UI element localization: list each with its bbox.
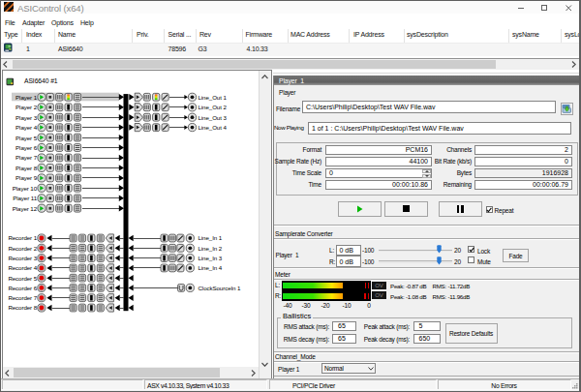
svg-text:Recorder 8: Recorder 8 [8,304,37,311]
svg-text:Player 1: Player 1 [15,94,38,101]
svg-text:Line_In 4: Line_In 4 [199,264,223,271]
svg-text:Line_In 3: Line_In 3 [199,255,223,261]
svg-text:Player 12: Player 12 [13,205,38,212]
svg-text:Line_In 2: Line_In 2 [199,245,223,252]
svg-text:Recorder 1: Recorder 1 [8,234,37,241]
svg-text:Player 2: Player 2 [15,104,38,110]
svg-text:Player 7: Player 7 [15,154,38,161]
svg-text:Recorder 2: Recorder 2 [8,245,37,252]
svg-text:Line_In 1: Line_In 1 [199,234,223,241]
svg-text:Player 4: Player 4 [15,124,38,131]
svg-text:Recorder 6: Recorder 6 [8,285,37,291]
svg-text:ClockSourceIn 1: ClockSourceIn 1 [199,285,242,291]
svg-text:Recorder 5: Recorder 5 [8,275,37,282]
svg-text:Recorder 7: Recorder 7 [8,294,37,301]
svg-text:Line_Out 4: Line_Out 4 [199,124,228,131]
svg-text:Player 11: Player 11 [13,195,37,201]
svg-text:Player 5: Player 5 [15,135,38,141]
svg-text:Player 3: Player 3 [15,114,38,121]
svg-text:Player 10: Player 10 [13,185,38,192]
svg-text:Player 8: Player 8 [15,165,38,171]
svg-text:Line_Out 2: Line_Out 2 [199,104,228,110]
svg-text:Player 9: Player 9 [15,174,38,181]
svg-text:Player 6: Player 6 [15,144,38,151]
svg-text:Recorder 3: Recorder 3 [8,255,37,261]
svg-text:ASI6640 #1: ASI6640 #1 [24,77,58,84]
svg-text:Recorder 4: Recorder 4 [8,264,37,271]
svg-text:Line_Out 3: Line_Out 3 [199,114,228,121]
svg-text:Line_Out 1: Line_Out 1 [199,94,228,101]
